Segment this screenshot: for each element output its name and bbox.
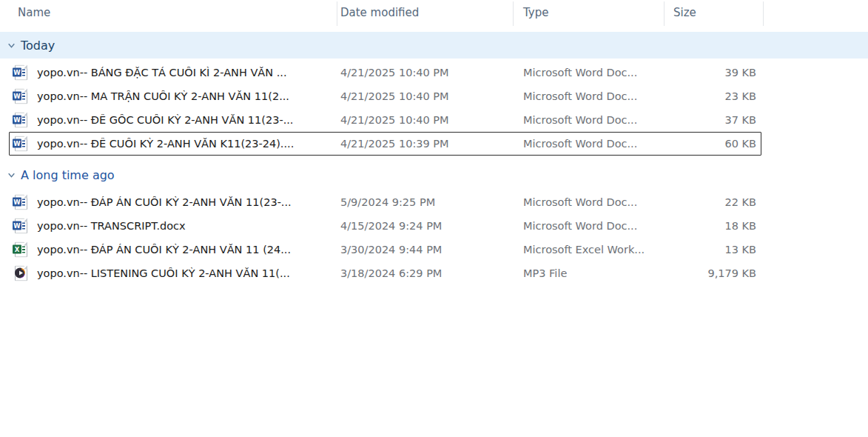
file-type: Microsoft Word Doc... xyxy=(523,114,637,126)
file-name: yopo.vn-- LISTENING CUỐI KỲ 2-ANH VĂN 11… xyxy=(37,267,290,279)
file-size: 22 KB xyxy=(664,196,756,208)
file-row[interactable]: W yopo.vn-- MA TRẬN CUỐI KỲ 2-ANH VĂN 11… xyxy=(0,84,868,108)
file-name: yopo.vn-- ĐÁP ÁN CUỐI KỲ 2-ANH VĂN 11 (2… xyxy=(37,244,291,256)
group-header-today[interactable]: Today xyxy=(0,32,868,59)
file-date-modified: 3/18/2024 6:29 PM xyxy=(340,267,442,279)
today-group-rows: W yopo.vn-- BẢNG ĐẶC TẢ CUỐI KÌ 2-ANH VĂ… xyxy=(0,61,868,156)
column-separator[interactable] xyxy=(763,1,764,26)
file-type: Microsoft Word Doc... xyxy=(523,90,637,102)
word-file-icon: W xyxy=(13,113,27,128)
file-date-modified: 4/21/2025 10:40 PM xyxy=(340,67,449,79)
column-header-size[interactable]: Size xyxy=(673,6,696,19)
file-type: Microsoft Word Doc... xyxy=(523,220,637,232)
file-name: yopo.vn-- ĐỀ CUỐI KỲ 2-ANH VĂN K11(23-24… xyxy=(37,138,294,150)
mp3-file-icon xyxy=(13,266,27,281)
file-explorer-list: Name Date modified Type Size Today W yop… xyxy=(0,0,868,437)
file-date-modified: 3/30/2024 9:44 PM xyxy=(340,244,442,256)
column-separator[interactable] xyxy=(664,1,665,26)
file-date-modified: 4/21/2025 10:39 PM xyxy=(340,138,449,150)
file-date-modified: 4/21/2025 10:40 PM xyxy=(340,90,449,102)
file-date-modified: 4/15/2024 9:24 PM xyxy=(340,220,442,232)
chevron-down-icon[interactable] xyxy=(6,40,16,50)
file-type: Microsoft Word Doc... xyxy=(523,138,637,150)
chevron-down-icon[interactable] xyxy=(6,170,16,180)
word-file-icon: W xyxy=(13,89,27,104)
word-file-icon: W xyxy=(13,218,27,234)
file-row[interactable]: W yopo.vn-- ĐỀ GỐC CUỐI KỲ 2-ANH VĂN 11(… xyxy=(0,108,868,132)
file-size: 60 KB xyxy=(664,138,756,150)
file-name: yopo.vn-- ĐỀ GỐC CUỐI KỲ 2-ANH VĂN 11(23… xyxy=(37,114,293,126)
excel-file-icon: X xyxy=(13,242,27,258)
file-row[interactable]: X yopo.vn-- ĐÁP ÁN CUỐI KỲ 2-ANH VĂN 11 … xyxy=(0,238,868,261)
group-label: A long time ago xyxy=(21,168,115,182)
file-row[interactable]: W yopo.vn-- BẢNG ĐẶC TẢ CUỐI KÌ 2-ANH VĂ… xyxy=(0,61,868,84)
file-row[interactable]: yopo.vn-- LISTENING CUỐI KỲ 2-ANH VĂN 11… xyxy=(0,261,868,285)
file-type: Microsoft Word Doc... xyxy=(523,67,637,79)
file-size: 39 KB xyxy=(664,67,756,79)
file-name: yopo.vn-- MA TRẬN CUỐI KỲ 2-ANH VĂN 11(2… xyxy=(37,90,289,102)
column-header-row: Name Date modified Type Size xyxy=(0,0,868,28)
file-type: Microsoft Excel Work... xyxy=(523,244,645,256)
file-name: yopo.vn-- TRANSCRIPT.docx xyxy=(37,220,186,232)
file-type: Microsoft Word Doc... xyxy=(523,196,637,208)
file-row[interactable]: W yopo.vn-- TRANSCRIPT.docx 4/15/2024 9:… xyxy=(0,214,868,238)
file-size: 13 KB xyxy=(664,244,756,256)
column-header-type[interactable]: Type xyxy=(523,6,548,19)
column-header-date-modified[interactable]: Date modified xyxy=(340,6,419,19)
file-row-selected[interactable]: W yopo.vn-- ĐỀ CUỐI KỲ 2-ANH VĂN K11(23-… xyxy=(0,132,868,156)
file-size: 9,179 KB xyxy=(664,267,756,279)
column-separator[interactable] xyxy=(337,1,337,26)
column-separator[interactable] xyxy=(513,1,514,26)
file-size: 23 KB xyxy=(664,90,756,102)
file-date-modified: 5/9/2024 9:25 PM xyxy=(340,196,435,208)
word-file-icon: W xyxy=(13,195,27,210)
file-size: 18 KB xyxy=(664,220,756,232)
file-name: yopo.vn-- BẢNG ĐẶC TẢ CUỐI KÌ 2-ANH VĂN … xyxy=(37,67,287,79)
word-file-icon: W xyxy=(13,65,27,81)
group-label: Today xyxy=(21,39,55,53)
group-header-a-long-time-ago[interactable]: A long time ago xyxy=(0,161,868,188)
file-name: yopo.vn-- ĐÁP ÁN CUỐI KỲ 2-ANH VĂN 11(23… xyxy=(37,196,292,208)
word-file-icon: W xyxy=(13,136,27,152)
file-size: 37 KB xyxy=(664,114,756,126)
older-group-rows: W yopo.vn-- ĐÁP ÁN CUỐI KỲ 2-ANH VĂN 11(… xyxy=(0,190,868,285)
file-row[interactable]: W yopo.vn-- ĐÁP ÁN CUỐI KỲ 2-ANH VĂN 11(… xyxy=(0,190,868,214)
file-date-modified: 4/21/2025 10:40 PM xyxy=(340,114,449,126)
file-type: MP3 File xyxy=(523,267,567,279)
column-header-name[interactable]: Name xyxy=(18,6,50,19)
